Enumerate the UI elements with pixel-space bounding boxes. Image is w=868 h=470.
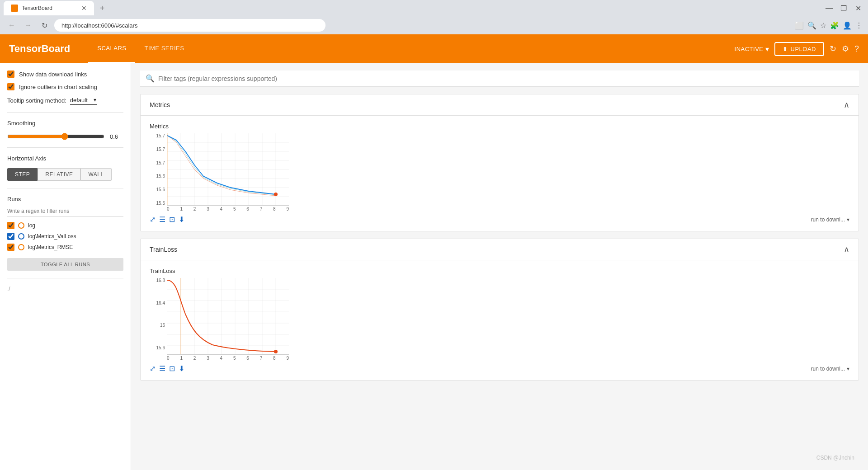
browser-chrome: TensorBoard ✕ + — ❐ ✕ ← → ↻ ⬜ 🔍 ☆ 🧩 👤 ⋮ [0, 0, 868, 34]
runs-filter-input[interactable] [7, 206, 123, 216]
download-icon-2[interactable]: ⬇ [179, 364, 184, 373]
minimize-button[interactable]: — [823, 2, 835, 14]
metrics-chart-title: Metrics [150, 123, 849, 130]
tooltip-select-wrapper: default [70, 96, 97, 105]
run-rmse-dot [18, 244, 24, 250]
upload-button[interactable]: ⬆ UPLOAD [774, 42, 824, 56]
ignore-outliers-row: Ignore outliers in chart scaling [7, 83, 123, 90]
sidebar: Show data download links Ignore outliers… [0, 63, 131, 470]
watermark: CSDN @Jnchin [816, 455, 854, 461]
bookmark-icon[interactable]: ☆ [820, 21, 826, 30]
run-log-dot [18, 222, 24, 229]
metrics-chart-svg [167, 133, 289, 206]
new-tab-button[interactable]: + [96, 2, 108, 14]
run-valloss-checkbox[interactable] [7, 233, 14, 240]
metrics-section-title: Metrics [150, 101, 170, 108]
ignore-outliers-label: Ignore outliers in chart scaling [19, 84, 97, 90]
trainloss-chart-toolbar: ⤢ ☰ ⊡ ⬇ run to downl... ▾ [150, 364, 849, 373]
help-icon[interactable]: ? [854, 44, 859, 54]
upload-icon: ⬆ [783, 46, 788, 52]
metrics-y-axis: 15.7 15.7 15.7 15.6 15.6 15.5 [150, 133, 167, 206]
browser-address-bar: ← → ↻ ⬜ 🔍 ☆ 🧩 👤 ⋮ [0, 16, 868, 34]
trainloss-chart-wrapper: 16.8 16.4 16 15.6 [150, 278, 849, 361]
metrics-run-dropdown[interactable]: run to downl... ▾ [811, 216, 849, 223]
trainloss-collapse-button[interactable]: ∧ [844, 244, 849, 254]
address-input[interactable] [54, 19, 326, 32]
download-icon[interactable]: ⬇ [179, 215, 184, 224]
tab-title: TensorBoard [22, 5, 52, 11]
trainloss-header: TrainLoss ∧ [141, 239, 859, 260]
axis-relative-button[interactable]: RELATIVE [38, 168, 80, 181]
maximize-button[interactable]: ❐ [837, 2, 850, 14]
run-log-label: log [28, 222, 35, 229]
metrics-x-axis: 0 1 2 3 4 5 6 7 8 9 [167, 207, 289, 212]
tensorboard-favicon [11, 5, 18, 12]
tooltip-label: Tooltip sorting method: [7, 97, 66, 104]
forward-button[interactable]: → [22, 19, 34, 32]
expand-icon[interactable]: ⤢ [150, 215, 156, 224]
nav-timeseries[interactable]: TIME SERIES [135, 34, 193, 63]
expand-icon-2[interactable]: ⤢ [150, 364, 156, 373]
smoothing-slider[interactable] [7, 133, 104, 140]
metrics-collapse-button[interactable]: ∧ [844, 100, 849, 110]
run-item-rmse: log\Metrics_RMSE [7, 244, 123, 251]
trainloss-x-axis: 0 1 2 3 4 5 6 7 8 9 [167, 356, 289, 361]
menu-icon[interactable]: ⋮ [855, 21, 863, 30]
filter-input[interactable] [158, 75, 854, 82]
zoom-icon[interactable]: 🔍 [807, 21, 816, 30]
selection-icon-2[interactable]: ⊡ [169, 364, 175, 373]
refresh-icon[interactable]: ↻ [830, 44, 836, 54]
run-rmse-checkbox[interactable] [7, 244, 14, 251]
trainloss-chart-area: 0 1 2 3 4 5 6 7 8 9 [167, 278, 289, 361]
runs-section: Runs log log\Metrics_ValLoss log\Metrics… [7, 196, 123, 278]
back-button[interactable]: ← [5, 19, 18, 32]
toggle-all-runs-button[interactable]: TOGGLE ALL RUNS [7, 258, 123, 271]
app-header-right: INACTIVE ▾ ⬆ UPLOAD ↻ ⚙ ? [735, 42, 859, 56]
trainloss-section: TrainLoss ∧ TrainLoss 16.8 16.4 16 15.6 [140, 239, 859, 381]
browser-tab[interactable]: TensorBoard ✕ [4, 1, 94, 15]
filter-bar: 🔍 [140, 70, 859, 87]
tooltip-select[interactable]: default [70, 96, 97, 105]
list-icon-2[interactable]: ☰ [159, 364, 165, 373]
nav-scalars[interactable]: SCALARS [88, 34, 135, 63]
metrics-chart-toolbar: ⤢ ☰ ⊡ ⬇ run to downl... ▾ [150, 215, 849, 224]
metrics-header: Metrics ∧ [141, 94, 859, 116]
refresh-button[interactable]: ↻ [38, 19, 51, 32]
profile-icon[interactable]: 👤 [843, 21, 852, 30]
app-body: Show data download links Ignore outliers… [0, 63, 868, 470]
show-download-links-checkbox[interactable] [7, 70, 14, 78]
axis-wall-button[interactable]: WALL [80, 168, 111, 181]
window-controls: — ❐ ✕ [823, 2, 864, 14]
trainloss-chart-title: TrainLoss [150, 268, 849, 274]
run-item-log: log [7, 222, 123, 229]
trainloss-run-dropdown[interactable]: run to downl... ▾ [811, 366, 849, 372]
metrics-chart-area: 0 1 2 3 4 5 6 7 8 9 [167, 133, 289, 212]
ignore-outliers-checkbox[interactable] [7, 83, 14, 90]
inactive-dropdown[interactable]: INACTIVE ▾ [735, 45, 769, 53]
metrics-section: Metrics ∧ Metrics 15.7 15.7 15.7 15.6 15… [140, 94, 859, 231]
browser-tab-bar: TensorBoard ✕ + — ❐ ✕ [0, 0, 868, 16]
trainloss-section-title: TrainLoss [150, 246, 177, 253]
horizontal-axis-title: Horizontal Axis [7, 155, 123, 162]
smoothing-row: 0.6 [7, 133, 123, 140]
tab-close-button[interactable]: ✕ [81, 5, 87, 12]
browser-icons-right: ⬜ 🔍 ☆ 🧩 👤 ⋮ [795, 21, 863, 30]
list-icon[interactable]: ☰ [159, 215, 165, 224]
run-rmse-label: log\Metrics_RMSE [28, 244, 73, 250]
app-header: TensorBoard SCALARS TIME SERIES INACTIVE… [0, 34, 868, 63]
run-log-checkbox[interactable] [7, 222, 14, 229]
horizontal-axis-section: Horizontal Axis STEP RELATIVE WALL [7, 155, 123, 188]
cast-icon[interactable]: ⬜ [795, 21, 804, 30]
settings-icon[interactable]: ⚙ [842, 44, 849, 54]
selection-icon[interactable]: ⊡ [169, 215, 175, 224]
extensions-icon[interactable]: 🧩 [830, 21, 839, 30]
dropdown-arrow-icon: ▾ [765, 45, 769, 53]
metrics-chart-inner: Metrics 15.7 15.7 15.7 15.6 15.6 15.5 [141, 116, 859, 231]
app-logo: TensorBoard [9, 43, 70, 55]
axis-step-button[interactable]: STEP [7, 168, 38, 181]
close-window-button[interactable]: ✕ [852, 2, 864, 14]
smoothing-value: 0.6 [110, 133, 123, 140]
smoothing-title: Smoothing [7, 120, 123, 127]
trainloss-chart-svg [167, 278, 289, 355]
sidebar-options-section: Show data download links Ignore outliers… [7, 70, 123, 113]
